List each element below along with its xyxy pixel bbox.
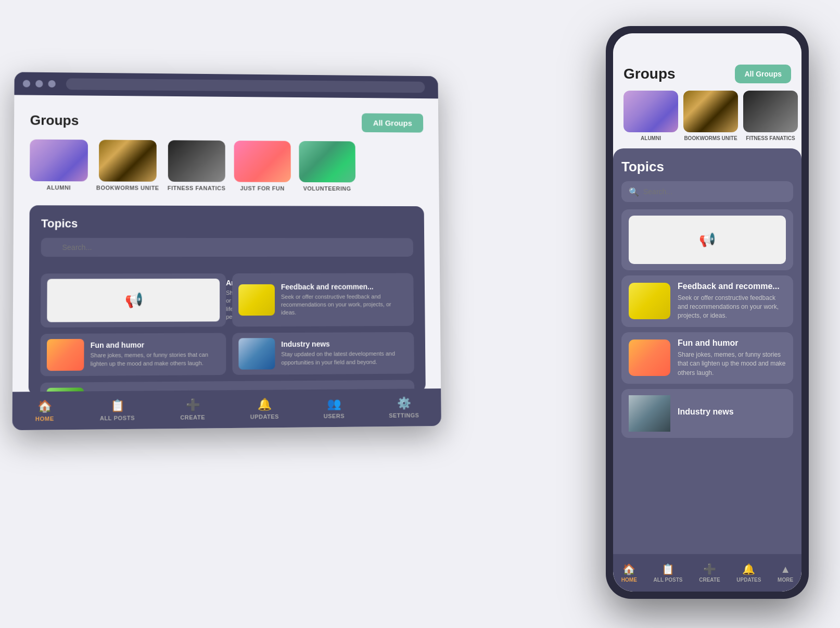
desktop-groups-header: Groups All Groups [30, 111, 424, 133]
phone-groups-section: Groups All Groups ALUMNI BOOKWORMS UNITE… [613, 56, 801, 148]
desktop-group-thumb-justforfun [234, 141, 290, 182]
desktop-topic-info-industry: Industry news Stay updated on the latest… [281, 340, 408, 367]
titlebar-url-bar [66, 78, 425, 93]
desktop-titlebar [14, 72, 438, 98]
desktop-inner: Groups All Groups ALUMNI BOOKWORMS UNITE… [12, 95, 441, 430]
phone-topic-announcements[interactable]: 📢 Announcements Share important news or … [621, 209, 793, 270]
phone-search-input[interactable] [621, 181, 793, 202]
desktop-topic-name-industry: Industry news [281, 340, 408, 348]
phone-topics-list: 📢 Announcements Share important news or … [621, 209, 793, 438]
desktop-nav-label-settings: SETTINGS [389, 412, 419, 419]
settings-icon: ⚙️ [397, 396, 411, 410]
phone-topic-desc-feedback: Seek or offer constructive feedback and … [678, 294, 786, 321]
desktop-nav-label-home: HOME [35, 416, 54, 422]
phone-topic-info-feedback: Feedback and recomme... Seek or offer co… [678, 282, 786, 321]
desktop-topic-humor[interactable]: Fun and humor Share jokes, memes, or fun… [40, 333, 226, 376]
desktop-group-alumni[interactable]: ALUMNI [30, 140, 88, 191]
desktop-topic-industry[interactable]: Industry news Stay updated on the latest… [232, 332, 414, 374]
phone-updates-icon: 🔔 [742, 563, 755, 575]
phone-group-bookworms[interactable]: BOOKWORMS UNITE [683, 91, 738, 141]
phone-group-alumni[interactable]: ALUMNI [623, 91, 678, 141]
desktop-group-thumb-alumni [30, 140, 88, 182]
phone-search-icon: 🔍 [629, 187, 639, 197]
desktop-mockup: Groups All Groups ALUMNI BOOKWORMS UNITE… [12, 72, 441, 430]
desktop-nav-home[interactable]: 🏠 HOME [35, 399, 54, 422]
desktop-topic-desc-industry: Stay updated on the latest developments … [281, 350, 408, 367]
desktop-nav-create[interactable]: ➕ CREATE [180, 398, 205, 421]
desktop-nav-users[interactable]: 👥 USERS [324, 397, 345, 420]
desktop-topics-title: Topics [41, 217, 413, 231]
desktop-topics-box: Topics 🔍 📢 Announcements Share important… [29, 205, 426, 395]
phone-group-thumb-fitness [743, 91, 798, 132]
desktop-topic-announcements[interactable]: 📢 Announcements Share important news or … [41, 273, 226, 327]
phone-topic-feedback[interactable]: Feedback and recomme... Seek or offer co… [621, 275, 793, 327]
phone-topic-humor[interactable]: Fun and humor Share jokes, memes, or fun… [621, 332, 793, 384]
desktop-group-thumb-bookworms [99, 140, 157, 181]
desktop-all-groups-button[interactable]: All Groups [362, 113, 423, 132]
desktop-group-justforfun[interactable]: JUST FOR FUN [234, 141, 290, 192]
phone-nav-label-allposts: ALL POSTS [654, 577, 683, 583]
phone-search-wrap: 🔍 [621, 181, 793, 202]
desktop-group-fitness[interactable]: FITNESS FANATICS [168, 140, 226, 191]
desktop-nav-updates[interactable]: 🔔 UPDATES [250, 398, 279, 420]
desktop-groups-row: ALUMNI BOOKWORMS UNITE FITNESS FANATICS … [30, 140, 424, 192]
titlebar-dot-1 [23, 80, 30, 87]
phone-topic-info-humor: Fun and humor Share jokes, memes, or fun… [678, 338, 786, 378]
phone-mockup: Groups All Groups ALUMNI BOOKWORMS UNITE… [606, 26, 809, 599]
desktop-group-volunteering[interactable]: VOLUNTEERING [299, 141, 355, 192]
desktop-group-bookworms[interactable]: BOOKWORMS UNITE [96, 140, 159, 191]
desktop-group-label-alumni: ALUMNI [47, 184, 71, 191]
desktop-topic-thumb-announcements: 📢 [47, 279, 220, 322]
titlebar-dot-2 [35, 80, 43, 87]
users-icon: 👥 [327, 397, 341, 411]
phone-topic-name-humor: Fun and humor [678, 338, 786, 348]
phone-bottom-nav: 🏠 HOME 📋 ALL POSTS ➕ CREATE 🔔 UPDATES ▲ … [613, 554, 801, 592]
phone-groups-header: Groups All Groups [623, 65, 791, 83]
desktop-bottom-nav: 🏠 HOME 📋 ALL POSTS ➕ CREATE 🔔 UPDATES 👥 … [12, 388, 441, 430]
phone-status-bar [613, 33, 801, 56]
phone-topic-info-industry: Industry news [678, 407, 786, 419]
phone-topic-industry[interactable]: Industry news [621, 389, 793, 438]
desktop-group-thumb-volunteering [299, 141, 355, 183]
phone-nav-more[interactable]: ▲ MORE [778, 563, 793, 583]
phone-group-label-alumni: ALUMNI [641, 135, 661, 141]
phone-group-fitness[interactable]: FITNESS FANATICS [743, 91, 798, 141]
phone-group-label-fitness: FITNESS FANATICS [746, 135, 795, 141]
titlebar-dot-3 [48, 80, 56, 87]
phone-topic-thumb-announcements: 📢 [629, 216, 786, 264]
phone-topic-name-feedback: Feedback and recomme... [678, 282, 786, 291]
desktop-topic-feedback[interactable]: Feedback and recommen... Seek or offer c… [232, 273, 414, 326]
phone-topic-thumb-feedback [629, 283, 670, 319]
phone-topic-name-industry: Industry news [678, 407, 786, 417]
phone-more-icon: ▲ [780, 563, 791, 575]
desktop-topic-name-humor: Fun and humor [91, 341, 220, 349]
desktop-nav-label-users: USERS [324, 413, 345, 419]
desktop-group-label-justforfun: JUST FOR FUN [240, 185, 284, 191]
desktop-nav-settings[interactable]: ⚙️ SETTINGS [389, 396, 419, 419]
home-icon: 🏠 [37, 399, 52, 413]
desktop-search-input[interactable] [41, 238, 413, 257]
phone-topic-desc-humor: Share jokes, memes, or funny stories tha… [678, 350, 786, 378]
desktop-group-label-bookworms: BOOKWORMS UNITE [96, 184, 159, 191]
phone-nav-updates[interactable]: 🔔 UPDATES [736, 563, 761, 583]
desktop-group-thumb-fitness [168, 140, 225, 182]
desktop-groups-title: Groups [30, 112, 79, 129]
phone-nav-label-updates: UPDATES [736, 577, 761, 583]
desktop-nav-label-updates: UPDATES [250, 413, 279, 420]
phone-nav-create[interactable]: ➕ CREATE [699, 563, 720, 583]
phone-nav-home[interactable]: 🏠 HOME [621, 563, 637, 583]
phone-nav-label-create: CREATE [699, 577, 720, 583]
phone-groups-title: Groups [623, 66, 676, 82]
phone-topic-thumb-industry [629, 395, 670, 432]
updates-icon: 🔔 [258, 398, 272, 411]
desktop-topic-info-feedback: Feedback and recommen... Seek or offer c… [281, 282, 408, 317]
allposts-icon: 📋 [110, 399, 125, 413]
phone-nav-label-more: MORE [778, 577, 793, 583]
phone-group-thumb-bookworms [683, 91, 738, 132]
desktop-topic-desc-humor: Share jokes, memes, or funny stories tha… [91, 351, 220, 368]
phone-all-groups-button[interactable]: All Groups [735, 65, 791, 83]
desktop-topic-info-humor: Fun and humor Share jokes, memes, or fun… [91, 341, 220, 368]
phone-nav-allposts[interactable]: 📋 ALL POSTS [654, 563, 683, 583]
desktop-nav-allposts[interactable]: 📋 ALL POSTS [100, 399, 135, 421]
phone-inner: Groups All Groups ALUMNI BOOKWORMS UNITE… [613, 33, 801, 592]
